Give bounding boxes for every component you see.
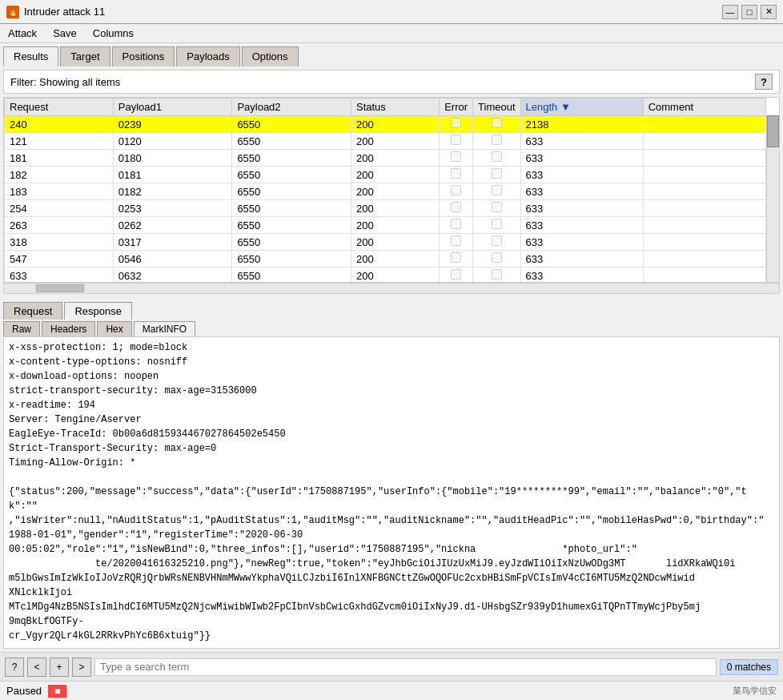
cell-request: 181 bbox=[5, 150, 114, 167]
title-bar-left: 🔥 Intruder attack 11 bbox=[6, 6, 105, 18]
table-row[interactable]: 121 0120 6550 200 633 bbox=[5, 133, 766, 150]
cell-status: 200 bbox=[351, 133, 439, 150]
search-input[interactable] bbox=[94, 658, 717, 676]
cell-timeout bbox=[473, 217, 520, 234]
cell-timeout bbox=[473, 200, 520, 217]
horizontal-scrollbar[interactable] bbox=[3, 283, 780, 294]
search-add-button[interactable]: + bbox=[50, 658, 69, 677]
filter-bar: Filter: Showing all items ? bbox=[3, 70, 780, 94]
table-row[interactable]: 254 0253 6550 200 633 bbox=[5, 200, 766, 217]
cell-timeout bbox=[473, 150, 520, 167]
filter-help-button[interactable]: ? bbox=[755, 74, 773, 90]
cell-payload2: 6550 bbox=[232, 183, 351, 200]
close-button[interactable]: ✕ bbox=[761, 5, 777, 19]
window-title: Intruder attack 11 bbox=[24, 6, 105, 18]
cell-payload1: 0632 bbox=[113, 268, 232, 283]
format-tab-raw[interactable]: Raw bbox=[3, 321, 40, 336]
cell-payload2: 6550 bbox=[232, 217, 351, 234]
cell-comment bbox=[643, 268, 765, 283]
window-controls: — □ ✕ bbox=[722, 5, 777, 19]
cell-timeout bbox=[473, 183, 520, 200]
tab-results[interactable]: Results bbox=[3, 46, 58, 66]
cell-length: 633 bbox=[520, 133, 643, 150]
col-status[interactable]: Status bbox=[351, 99, 439, 116]
watermark: 菜鸟学信安 bbox=[733, 685, 777, 697]
col-comment[interactable]: Comment bbox=[643, 99, 765, 116]
menu-attack[interactable]: Attack bbox=[3, 26, 42, 41]
results-table: Request Payload1 Payload2 Status Error T… bbox=[4, 98, 766, 282]
scrollbar-thumb bbox=[767, 115, 779, 147]
cell-comment bbox=[643, 150, 765, 167]
cell-request: 240 bbox=[5, 116, 114, 133]
cell-comment bbox=[643, 116, 765, 133]
table-row[interactable]: 318 0317 6550 200 633 bbox=[5, 234, 766, 251]
cell-payload1: 0317 bbox=[113, 234, 232, 251]
cell-request: 182 bbox=[5, 167, 114, 183]
cell-payload2: 6550 bbox=[232, 251, 351, 268]
tab-positions[interactable]: Positions bbox=[112, 46, 175, 66]
cell-status: 200 bbox=[351, 167, 439, 183]
table-row[interactable]: 633 0632 6550 200 633 bbox=[5, 268, 766, 283]
search-prev-button[interactable]: < bbox=[27, 658, 46, 677]
table-row[interactable]: 182 0181 6550 200 633 bbox=[5, 167, 766, 183]
tab-payloads[interactable]: Payloads bbox=[176, 46, 239, 66]
cell-comment bbox=[643, 183, 765, 200]
cell-payload1: 0181 bbox=[113, 167, 232, 183]
cell-request: 254 bbox=[5, 200, 114, 217]
table-row[interactable]: 263 0262 6550 200 633 bbox=[5, 217, 766, 234]
main-tab-bar: Results Target Positions Payloads Option… bbox=[0, 43, 783, 66]
cell-length: 633 bbox=[520, 268, 643, 283]
col-timeout[interactable]: Timeout bbox=[473, 99, 520, 116]
table-row[interactable]: 183 0182 6550 200 633 bbox=[5, 183, 766, 200]
minimize-button[interactable]: — bbox=[722, 5, 738, 19]
cell-payload2: 6550 bbox=[232, 167, 351, 183]
cell-comment bbox=[643, 200, 765, 217]
cell-error bbox=[440, 133, 473, 150]
menu-columns[interactable]: Columns bbox=[88, 26, 139, 41]
cell-error bbox=[440, 200, 473, 217]
table-row[interactable]: 547 0546 6550 200 633 bbox=[5, 251, 766, 268]
cell-error bbox=[440, 234, 473, 251]
tab-target[interactable]: Target bbox=[60, 46, 110, 66]
cell-length: 2138 bbox=[520, 116, 643, 133]
format-tab-markinfo[interactable]: MarkINFO bbox=[134, 321, 195, 336]
col-payload2[interactable]: Payload2 bbox=[232, 99, 351, 116]
cell-error bbox=[440, 251, 473, 268]
table-scroll[interactable]: Request Payload1 Payload2 Status Error T… bbox=[4, 98, 779, 282]
maximize-button[interactable]: □ bbox=[741, 5, 757, 19]
col-request[interactable]: Request bbox=[5, 99, 114, 116]
cell-payload1: 0253 bbox=[113, 200, 232, 217]
cell-timeout bbox=[473, 116, 520, 133]
h-scroll-thumb bbox=[36, 284, 84, 292]
sub-tab-request[interactable]: Request bbox=[3, 302, 62, 320]
matches-badge: 0 matches bbox=[720, 659, 778, 675]
format-tab-headers[interactable]: Headers bbox=[42, 321, 95, 336]
cell-payload2: 6550 bbox=[232, 200, 351, 217]
table-scrollbar[interactable] bbox=[766, 115, 779, 282]
cell-error bbox=[440, 183, 473, 200]
filter-text: Filter: Showing all items bbox=[10, 76, 120, 88]
cell-status: 200 bbox=[351, 268, 439, 283]
cell-status: 200 bbox=[351, 200, 439, 217]
table-row[interactable]: 181 0180 6550 200 633 bbox=[5, 150, 766, 167]
cell-payload2: 6550 bbox=[232, 133, 351, 150]
col-length[interactable]: Length ▼ bbox=[520, 99, 643, 116]
menu-bar: Attack Save Columns bbox=[0, 24, 783, 43]
cell-request: 121 bbox=[5, 133, 114, 150]
sub-tab-response[interactable]: Response bbox=[64, 302, 132, 320]
cell-payload2: 6550 bbox=[232, 116, 351, 133]
table-row[interactable]: 240 0239 6550 200 2138 bbox=[5, 116, 766, 133]
col-error[interactable]: Error bbox=[440, 99, 473, 116]
search-help-button[interactable]: ? bbox=[5, 658, 24, 677]
menu-save[interactable]: Save bbox=[48, 26, 82, 41]
results-table-container: Request Payload1 Payload2 Status Error T… bbox=[3, 97, 780, 283]
cell-payload2: 6550 bbox=[232, 234, 351, 251]
format-tab-hex[interactable]: Hex bbox=[97, 321, 131, 336]
cell-payload2: 6550 bbox=[232, 150, 351, 167]
cell-status: 200 bbox=[351, 183, 439, 200]
search-next-button[interactable]: > bbox=[72, 658, 91, 677]
tab-options[interactable]: Options bbox=[242, 46, 299, 66]
cell-error bbox=[440, 116, 473, 133]
col-payload1[interactable]: Payload1 bbox=[113, 99, 232, 116]
cell-length: 633 bbox=[520, 217, 643, 234]
